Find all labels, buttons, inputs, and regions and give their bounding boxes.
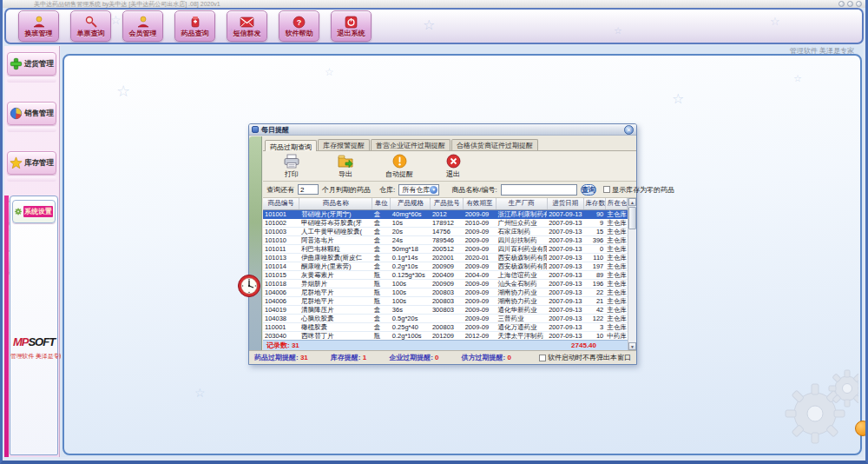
- maximize-icon[interactable]: [847, 1, 853, 7]
- product-label: 商品名称/编号:: [451, 185, 496, 195]
- scroll-down-icon[interactable]: ▼: [628, 342, 636, 350]
- column-header[interactable]: 商品编号: [263, 198, 299, 209]
- dialog-body: 药品过期查询 库存报警提醒 首营企业证件过期提醒 合格供货商证件过期提醒 打印 …: [249, 136, 636, 364]
- star-decoration: ☆: [325, 66, 334, 78]
- drug-search-icon: [188, 14, 202, 30]
- export-button[interactable]: 导出: [331, 154, 360, 179]
- receipt-search-icon: [84, 14, 98, 30]
- table-row[interactable]: 101010 阿昔洛韦片 盒 24s 789546 2009-09 四川彭扶制药…: [263, 235, 628, 244]
- dialog-close-button[interactable]: ✕: [624, 125, 634, 135]
- warehouse-label: 仓库:: [379, 185, 395, 195]
- sidebar-item-settings[interactable]: 系统设置: [12, 200, 56, 223]
- auto-remind-button[interactable]: 自动提醒: [385, 154, 414, 179]
- gear-icon: [15, 204, 22, 219]
- dialog-title: 每日提醒: [261, 125, 624, 135]
- table-row[interactable]: 101014 酮康唑片(里素劳) 盒 0.2g*10s 200909 2009-…: [263, 262, 628, 270]
- close-icon: [446, 154, 461, 169]
- tab-enterprise-cert-expiry[interactable]: 首营企业证件过期提醒: [371, 139, 450, 150]
- dialog-content: 药品过期查询 库存报警提醒 首营企业证件过期提醒 合格供货商证件过期提醒 打印 …: [263, 136, 636, 350]
- svg-text:?: ?: [297, 18, 302, 27]
- grid-footer: 记录数: 31 2745.40: [263, 340, 628, 350]
- status-stock: 库存提醒: 1: [331, 353, 366, 362]
- toolbar-button-member-manage[interactable]: 会员管理: [122, 10, 163, 42]
- checkbox-icon[interactable]: [603, 186, 610, 193]
- toolbar-button-drug-query[interactable]: 药品查询: [174, 10, 215, 42]
- column-header[interactable]: 产品批号: [431, 198, 464, 209]
- table-row[interactable]: 101001 替硝唑片(牙周宁) 盒 40mg*60s 2012 2009-09…: [263, 209, 628, 218]
- sidebar: 进货管理 销售管理 库存管理 统计报表 日常管理: [4, 46, 60, 457]
- table-row[interactable]: 101018 异烟肼片 瓶 100s 200909 2009-09 汕头金石制药…: [263, 279, 628, 288]
- status-supplier-expiry: 供方过期提醒: 0: [462, 353, 511, 362]
- checkbox-icon[interactable]: [539, 355, 546, 361]
- column-header[interactable]: 单位: [372, 198, 391, 209]
- member-icon: [136, 14, 150, 30]
- tab-supplier-cert-expiry[interactable]: 合格供货商证件过期提醒: [451, 139, 538, 150]
- column-header[interactable]: 商品名称: [299, 198, 372, 209]
- record-count: 记录数: 31: [266, 341, 299, 350]
- column-header[interactable]: 所在仓库: [605, 198, 627, 209]
- os-titlebar: 美中达药品销售管理系统 by美中达 [美中达药公司出水店] .08] 2020v…: [3, 0, 865, 8]
- zero-stock-checkbox[interactable]: 显示库存为零的药品: [603, 185, 674, 195]
- table-row[interactable]: 110001 橄榄胶囊 盒 0.25g*40 200803 2009-09 通化…: [263, 322, 628, 331]
- sidebar-item-purchase[interactable]: 进货管理: [7, 52, 56, 76]
- table-row[interactable]: 104006 尼群地平片 瓶 100s 200803 2009-09 湖南协力药…: [263, 296, 628, 305]
- mpsoft-logo: MPSOFT 管理软件 美泽是专家: [10, 334, 57, 361]
- side-tab-button[interactable]: [855, 421, 868, 436]
- search-button[interactable]: 查询: [581, 184, 596, 196]
- sms-icon: [240, 14, 254, 30]
- warehouse-select[interactable]: 所有仓库 ▼: [398, 184, 439, 196]
- table-row[interactable]: 104006 尼群地平片 瓶 100s 200803 2009-09 湖南协力药…: [263, 288, 628, 296]
- window-controls: [838, 1, 862, 7]
- main-toolbar: ☆ ☆ ☆ ☆ ☆ 换班管理 单票查询 会员管理 药品查询: [4, 8, 864, 44]
- table-row[interactable]: 101003 人工牛黄甲硝唑胶囊( 盒 20s 14756 2009-09 石家…: [263, 227, 628, 235]
- product-input[interactable]: [501, 184, 577, 196]
- column-header[interactable]: 有效期至: [464, 198, 496, 209]
- no-popup-checkbox[interactable]: 软件启动时不再弹出本窗口: [539, 353, 631, 362]
- scrollbar-thumb[interactable]: [628, 207, 636, 229]
- dialog-exit-button[interactable]: 退出: [438, 154, 468, 179]
- table-row[interactable]: 101015 灰黄霉素片 瓶 0.125g*30s 200409 2004-09…: [263, 270, 628, 279]
- window-title: 美中达药品销售管理系统 by美中达 [美中达药公司出水店] .08] 2020v…: [34, 0, 220, 8]
- toolbar-button-shift-manage[interactable]: 换班管理: [18, 10, 59, 42]
- table-row[interactable]: 104038 心脑欣胶囊 盒 0.5g*20s 2009-09 三普药业 200…: [263, 314, 628, 322]
- star-decoration: ☆: [672, 90, 684, 107]
- star-decoration: ☆: [770, 15, 780, 28]
- toolbar-button-sms-send[interactable]: 短信群发: [227, 10, 267, 42]
- dialog-icon: [252, 126, 259, 133]
- months-input[interactable]: [298, 184, 319, 195]
- exit-icon: [345, 14, 358, 30]
- vertical-scrollbar[interactable]: ▲ ▼: [628, 198, 636, 350]
- status-enterprise-expiry: 企业过期提醒: 0: [389, 353, 438, 362]
- toolbar-button-exit-system[interactable]: 退出系统: [331, 10, 372, 42]
- dialog-titlebar[interactable]: 每日提醒 ✕: [249, 124, 636, 136]
- tab-drug-expiry-query[interactable]: 药品过期查询: [265, 140, 317, 151]
- sidebar-item-inventory[interactable]: 库存管理: [7, 151, 56, 175]
- minimize-icon[interactable]: [838, 1, 845, 7]
- status-drug-expiry: 药品过期提醒: 31: [254, 353, 308, 362]
- print-button[interactable]: 打印: [277, 154, 306, 179]
- table-row[interactable]: 101011 利巴韦林颗粒 盒 50mg*18 200512 2009-09 四…: [263, 244, 628, 253]
- table-row[interactable]: 203040 西咪替丁片 瓶 0.2g*100s 201209 2012-09 …: [263, 331, 628, 340]
- shift-user-icon: [32, 14, 46, 30]
- toolbar-button-help[interactable]: ? 软件帮助: [279, 10, 319, 42]
- tab-stock-alert[interactable]: 库存报警提醒: [318, 139, 370, 150]
- close-icon[interactable]: [856, 1, 862, 7]
- logo-tagline: 管理软件 美泽是专家: [10, 352, 57, 361]
- sidebar-divider: [7, 127, 56, 132]
- table-row[interactable]: 101002 甲硝唑芬布芬胶囊(牙 盒 10s 178912 2010-09 广…: [263, 218, 628, 227]
- star-decoration: ☆: [614, 25, 622, 36]
- column-header[interactable]: 产品规格: [391, 198, 431, 209]
- dialog-tabs: 药品过期查询 库存报警提醒 首营企业证件过期提醒 合格供货商证件过期提醒: [263, 136, 636, 151]
- toolbar-button-receipt-query[interactable]: 单票查询: [70, 10, 111, 42]
- pie-icon: [10, 106, 23, 121]
- star-icon: [10, 156, 23, 170]
- column-header[interactable]: 库存数量: [583, 198, 605, 209]
- table-row[interactable]: 101013 伊曲康唑胶囊(斯皮仁 盒 0.1g*14s 202001 2020…: [263, 253, 628, 262]
- star-decoration: ☆: [793, 73, 802, 84]
- scroll-up-icon[interactable]: ▲: [628, 198, 636, 206]
- table-row[interactable]: 104019 清脑降压片 盒 36s 300803 2009-09 通化华新药业…: [263, 305, 628, 314]
- daily-reminder-dialog: 每日提醒 ✕ 药品过期查询 库存报警提醒 首营企业证件过期提醒: [248, 123, 637, 365]
- column-header[interactable]: 生产厂商: [496, 198, 547, 209]
- column-header[interactable]: 进货日期: [547, 198, 583, 209]
- sidebar-item-sales[interactable]: 销售管理: [7, 102, 56, 125]
